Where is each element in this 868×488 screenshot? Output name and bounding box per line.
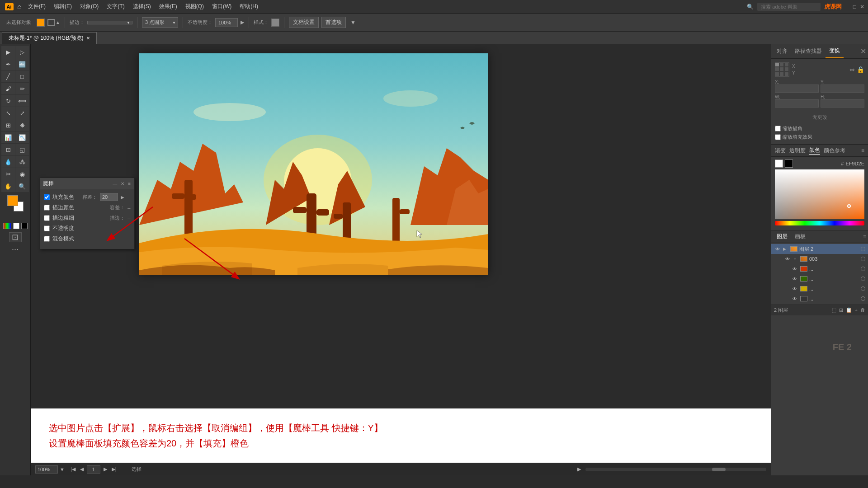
zoom-dropdown-icon[interactable]: ▼ — [60, 467, 65, 472]
color-panel-menu-icon[interactable]: ≡ — [861, 147, 864, 154]
bar-graph-tool[interactable]: 📉 — [15, 131, 29, 143]
black-icon[interactable] — [21, 223, 28, 229]
lock-icon[interactable]: 🔒 — [857, 66, 864, 73]
flip-h-icon[interactable]: ⇔ — [849, 66, 855, 73]
tolerance-input[interactable] — [100, 193, 118, 201]
panel-close-button[interactable]: ✕ — [120, 181, 125, 186]
opacity-checkbox[interactable] — [44, 225, 50, 231]
blend-tool[interactable]: ⁂ — [15, 156, 29, 168]
eraser-tool[interactable]: ◉ — [15, 168, 29, 180]
opacity-expand-icon[interactable]: ▶ — [241, 19, 244, 25]
delete-layer-button[interactable]: 🗑 — [860, 307, 865, 313]
layer-red-visibility-icon[interactable]: 👁 — [791, 265, 798, 272]
document-tab[interactable]: 未标题-1* @ 100% (RGB/预览) ✕ — [2, 32, 97, 44]
line-tool[interactable]: ╱ — [1, 70, 15, 82]
layers-tab[interactable]: 图层 — [773, 230, 791, 243]
brush-dropdown[interactable] — [87, 21, 132, 24]
page-number-input[interactable] — [87, 465, 100, 474]
panel-titlebar[interactable]: 魔棒 — ✕ ≡ — [40, 178, 134, 189]
layer-2-visibility-icon[interactable]: 👁 — [774, 245, 781, 253]
h-input[interactable] — [821, 99, 864, 108]
transform-tab[interactable]: 变换 — [826, 44, 844, 58]
stroke-color-checkbox[interactable] — [44, 205, 50, 211]
stroke-swatch[interactable] — [47, 19, 55, 26]
pencil-tool[interactable]: ✏ — [15, 83, 29, 94]
menu-select[interactable]: 选择(S) — [129, 1, 155, 12]
artboard-tab[interactable]: 画板 — [791, 230, 809, 243]
doc-settings-button[interactable]: 文档设置 — [289, 17, 319, 28]
layer-green-visibility-icon[interactable]: 👁 — [791, 275, 798, 282]
gradient-tool[interactable]: ◱ — [15, 144, 29, 155]
preferences-button[interactable]: 首选项 — [321, 17, 346, 28]
layer-dark-circle[interactable] — [861, 296, 865, 301]
right-panel-close-icon[interactable]: ✕ — [860, 47, 866, 56]
fill-color-swatch[interactable] — [37, 19, 45, 27]
align-tab[interactable]: 对齐 — [773, 45, 791, 58]
reflect-tool[interactable]: ⟺ — [15, 95, 29, 107]
symbol-tool[interactable]: ❋ — [15, 119, 29, 131]
layer-item-red[interactable]: 👁 ... — [771, 264, 868, 274]
direct-select-tool[interactable]: ▷ — [15, 46, 29, 58]
prev-page-button[interactable]: ◀ — [79, 466, 85, 473]
layers-menu-icon[interactable]: ≡ — [863, 234, 866, 240]
hand-tool[interactable]: ✋ — [1, 180, 15, 192]
play-button[interactable]: ▶ — [577, 466, 581, 472]
eyedropper-tool[interactable]: 💧 — [1, 156, 15, 168]
transform-origin-grid[interactable] — [775, 62, 789, 77]
gradient-tab[interactable]: 渐变 — [775, 147, 786, 155]
x-input[interactable] — [775, 84, 819, 93]
menu-file[interactable]: 文件(F) — [24, 1, 49, 12]
maximize-icon[interactable]: □ — [853, 4, 856, 10]
menu-edit[interactable]: 编辑(E) — [50, 1, 75, 12]
style-swatch[interactable] — [271, 19, 279, 27]
next-page-button[interactable]: ▶ — [102, 466, 108, 473]
layer-item-green[interactable]: 👁 ... — [771, 274, 868, 284]
make-mask-button[interactable]: ⬚ — [832, 307, 836, 313]
layer-dark-visibility-icon[interactable]: 👁 — [791, 295, 798, 302]
last-page-button[interactable]: ▶| — [110, 466, 118, 473]
canvas-scroll-area[interactable]: 魔棒 — ✕ ≡ 填充颜色 容差： ▶ — [31, 44, 771, 408]
artboard-tool[interactable]: ⊡ — [9, 232, 22, 242]
menu-object[interactable]: 对象(O) — [76, 1, 102, 12]
black-swatch[interactable] — [785, 160, 793, 168]
w-input[interactable] — [775, 99, 819, 108]
layer-003-visibility-icon[interactable]: 👁 — [784, 255, 791, 263]
menu-help[interactable]: 帮助(H) — [236, 1, 262, 12]
layer-2-circle[interactable] — [861, 247, 865, 251]
layer-green-circle[interactable] — [861, 277, 865, 281]
color-tab[interactable]: 颜色 — [809, 146, 820, 155]
horizontal-scrollbar[interactable] — [585, 468, 766, 471]
free-transform-tool[interactable]: ⊞ — [1, 119, 15, 131]
hue-slider[interactable] — [775, 221, 864, 225]
scissors-tool[interactable]: ✂ — [1, 168, 15, 180]
color-picker-gradient[interactable] — [775, 169, 864, 219]
stroke-weight-checkbox[interactable] — [44, 215, 50, 221]
layer-red-circle[interactable] — [861, 267, 865, 271]
zoom-tool[interactable]: 🔍 — [15, 180, 29, 192]
layer-2-expand-icon[interactable]: ▶ — [783, 247, 788, 251]
more-tools-icon[interactable]: ··· — [12, 244, 19, 254]
tab-close-button[interactable]: ✕ — [86, 36, 90, 41]
y-input[interactable] — [821, 84, 864, 93]
paintbrush-tool[interactable]: 🖌 — [1, 83, 15, 94]
move-to-layer-button[interactable]: 📋 — [846, 307, 852, 313]
blend-mode-checkbox[interactable] — [44, 236, 50, 242]
layer-003-circle[interactable] — [861, 257, 865, 261]
layer-yellow-visibility-icon[interactable]: 👁 — [791, 285, 798, 292]
rect-tool[interactable]: □ — [15, 70, 29, 82]
preferences-arrow[interactable]: ▼ — [350, 19, 356, 26]
type-tool[interactable]: 🔤 — [15, 58, 29, 70]
home-icon[interactable]: ⌂ — [17, 3, 22, 11]
new-sublayer-button[interactable]: ⊞ — [839, 307, 843, 313]
layer-item-003[interactable]: 👁 ▼ 003 — [771, 254, 868, 264]
panel-collapse-button[interactable]: — — [112, 181, 118, 186]
scale-effects-checkbox[interactable] — [775, 134, 781, 140]
none-icon[interactable] — [13, 223, 19, 229]
opacity-input[interactable] — [215, 18, 238, 27]
mesh-tool[interactable]: ⊡ — [1, 144, 15, 155]
layer-item-dark[interactable]: 👁 ... — [771, 294, 868, 304]
column-graph-tool[interactable]: 📊 — [1, 131, 15, 143]
menu-effect[interactable]: 效果(E) — [156, 1, 181, 12]
scale-strokes-checkbox[interactable] — [775, 126, 781, 131]
menu-text[interactable]: 文字(T) — [103, 1, 128, 12]
